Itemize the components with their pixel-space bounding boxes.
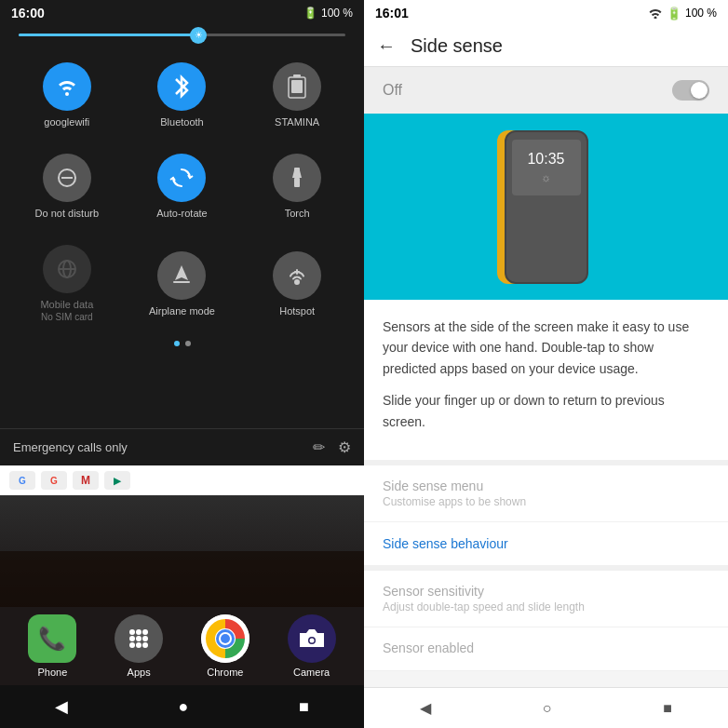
menu-item-side-sense-menu[interactable]: Side sense menu Customise apps to be sho… xyxy=(364,465,728,522)
link-text-behaviour[interactable]: Side sense behaviour xyxy=(383,536,508,551)
battery-icon-left: 🔋 xyxy=(303,7,317,20)
brightness-thumb[interactable] xyxy=(190,27,207,44)
battery-icon-right: 🔋 xyxy=(667,7,681,20)
tile-label-googlewifi: googlewifi xyxy=(44,116,89,128)
tile-icon-mobiledata xyxy=(43,245,91,293)
nav-bar-left: ◀ ● ■ xyxy=(0,685,364,728)
dock-label-chrome: Chrome xyxy=(207,667,243,678)
svg-point-23 xyxy=(136,642,142,648)
wifi-icon-right xyxy=(648,7,663,19)
svg-point-28 xyxy=(221,634,230,643)
shortcut-gmail[interactable]: M xyxy=(73,471,99,490)
tile-sublabel-mobiledata: No SIM card xyxy=(41,312,93,322)
menu-item-sensor-sensitivity[interactable]: Sensor sensitivity Adjust double-tap spe… xyxy=(364,571,728,627)
tile-label-dnd: Do not disturb xyxy=(35,208,99,219)
tile-label-hotspot: Hotspot xyxy=(279,305,315,317)
tile-icon-googlewifi xyxy=(43,62,91,111)
toggle-thumb xyxy=(691,82,708,99)
description-text-1: Sensors at the side of the screen make i… xyxy=(383,317,709,379)
tile-icon-stamina xyxy=(273,62,321,111)
svg-rect-8 xyxy=(294,168,300,171)
tile-autorotate[interactable]: Auto-rotate xyxy=(125,141,240,232)
svg-point-30 xyxy=(309,639,314,643)
tile-label-stamina: STAMINA xyxy=(275,116,319,128)
sensor-enabled-title: Sensor enabled xyxy=(383,640,709,655)
brightness-slider[interactable] xyxy=(0,26,364,49)
shortcut-play[interactable]: ▶ xyxy=(104,471,130,490)
recents-button-left[interactable]: ■ xyxy=(280,694,328,721)
dock-icon-apps xyxy=(115,614,163,663)
svg-point-31 xyxy=(654,17,656,20)
svg-point-21 xyxy=(142,636,148,641)
dock-item-camera[interactable]: Camera xyxy=(268,614,355,678)
svg-point-22 xyxy=(129,642,135,648)
phone-mock-brightness: ☼ xyxy=(541,171,551,184)
tile-label-airplane: Airplane mode xyxy=(149,305,215,317)
dot-1 xyxy=(174,341,180,346)
home-button-right[interactable]: ○ xyxy=(524,696,571,721)
back-arrow-right[interactable]: ← xyxy=(377,35,396,57)
description-area: Sensors at the side of the screen make i… xyxy=(364,300,728,465)
link-item-behaviour[interactable]: Side sense behaviour xyxy=(364,522,728,571)
status-icons-right: 🔋 100 % xyxy=(648,7,717,20)
dock-label-apps: Apps xyxy=(128,667,151,678)
tile-bluetooth[interactable]: Bluetooth xyxy=(125,49,240,141)
menu-item-title-0: Side sense menu xyxy=(383,479,709,493)
tile-donotdisturb[interactable]: Do not disturb xyxy=(9,141,125,232)
svg-rect-6 xyxy=(294,178,300,187)
back-button-left[interactable]: ◀ xyxy=(36,693,87,721)
settings-icon[interactable]: ⚙ xyxy=(338,438,351,456)
tile-label-bluetooth: Bluetooth xyxy=(160,116,203,128)
screen-title: Side sense xyxy=(411,35,503,57)
right-panel: 16:01 🔋 100 % ← Side sense Off 10:35 ☼ xyxy=(364,0,728,728)
dock-icon-phone: 📞 xyxy=(28,614,76,663)
recents-button-right[interactable]: ■ xyxy=(644,696,691,721)
menu-item-sensor-enabled[interactable]: Sensor enabled xyxy=(364,627,728,671)
shortcut-g[interactable]: G xyxy=(9,471,35,490)
svg-point-17 xyxy=(136,629,142,635)
dock-item-phone[interactable]: 📞 Phone xyxy=(9,614,96,678)
phone-illustration: 10:35 ☼ xyxy=(364,114,728,300)
tile-icon-autorotate xyxy=(157,154,206,202)
top-bar-right: ← Side sense xyxy=(364,26,728,67)
tile-hotspot[interactable]: Hotspot xyxy=(239,232,355,335)
tile-mobiledata[interactable]: Mobile data No SIM card xyxy=(9,232,125,335)
tile-icon-hotspot xyxy=(273,251,321,300)
tile-label-torch: Torch xyxy=(285,208,310,219)
phone-mock-screen: 10:35 ☼ xyxy=(512,140,581,195)
app-shortcuts-bar: G G M ▶ xyxy=(0,465,364,495)
shortcut-g2[interactable]: G xyxy=(41,471,67,490)
svg-point-0 xyxy=(65,92,69,96)
time-right: 16:01 xyxy=(375,6,409,20)
dock-item-chrome[interactable]: Chrome xyxy=(182,614,269,678)
sensor-title: Sensor sensitivity xyxy=(383,584,709,599)
svg-marker-7 xyxy=(292,170,302,178)
dock: 📞 Phone Apps xyxy=(0,607,364,685)
phone-mock-time: 10:35 xyxy=(527,151,564,168)
page-dots xyxy=(0,335,364,352)
emergency-text: Emergency calls only xyxy=(13,440,128,454)
status-bar-left: 16:00 🔋 100 % xyxy=(0,0,364,26)
home-button-left[interactable]: ● xyxy=(160,694,208,721)
tile-stamina[interactable]: STAMINA xyxy=(239,49,355,141)
dock-icon-camera xyxy=(288,614,336,663)
svg-point-20 xyxy=(136,636,142,641)
nav-bar-right: ◀ ○ ■ xyxy=(364,687,728,728)
phone-mock: 10:35 ☼ xyxy=(505,130,588,284)
dock-item-apps[interactable]: Apps xyxy=(96,614,182,678)
description-text-2: Slide your finger up or down to return t… xyxy=(383,390,709,432)
dock-label-phone: Phone xyxy=(37,667,67,678)
back-button-right[interactable]: ◀ xyxy=(401,695,450,721)
emergency-icons: ✏ ⚙ xyxy=(313,438,351,456)
edit-icon[interactable]: ✏ xyxy=(313,438,325,456)
svg-point-19 xyxy=(129,636,135,641)
tile-airplanemode[interactable]: Airplane mode xyxy=(125,232,240,335)
brightness-track[interactable] xyxy=(19,34,345,36)
dot-2 xyxy=(185,341,191,346)
tile-torch[interactable]: Torch xyxy=(239,141,355,232)
off-toggle-row: Off xyxy=(364,67,728,114)
tile-googlewifi[interactable]: googlewifi xyxy=(9,49,125,141)
side-sense-toggle[interactable] xyxy=(672,80,709,101)
brightness-fill xyxy=(19,34,198,36)
status-bar-right: 16:01 🔋 100 % xyxy=(364,0,728,26)
